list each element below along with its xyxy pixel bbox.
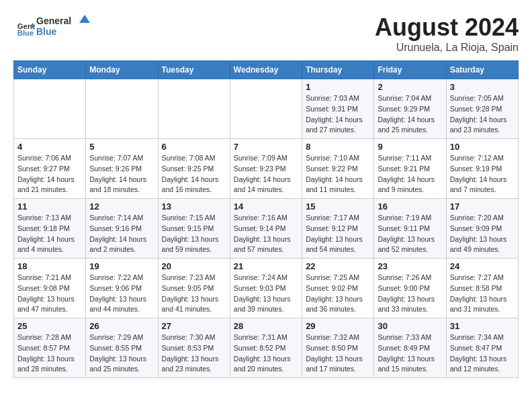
- svg-text:Blue: Blue: [17, 29, 34, 37]
- day-number: 12: [89, 201, 154, 212]
- day-info: Sunrise: 7:03 AMSunset: 9:31 PMDaylight:…: [306, 93, 370, 136]
- day-info: Sunrise: 7:28 AMSunset: 8:57 PMDaylight:…: [17, 332, 82, 375]
- calendar-day-13: 13Sunrise: 7:15 AMSunset: 9:15 PMDayligh…: [158, 199, 230, 259]
- day-info: Sunrise: 7:06 AMSunset: 9:27 PMDaylight:…: [17, 153, 82, 195]
- day-info: Sunrise: 7:19 AMSunset: 9:11 PMDaylight:…: [378, 213, 442, 255]
- day-info: Sunrise: 7:09 AMSunset: 9:23 PMDaylight:…: [234, 153, 298, 195]
- day-info: Sunrise: 7:32 AMSunset: 8:50 PMDaylight:…: [306, 332, 370, 375]
- calendar-day-25: 25Sunrise: 7:28 AMSunset: 8:57 PMDayligh…: [14, 318, 86, 378]
- logo: General Blue General Blue: [13, 13, 90, 42]
- weekday-header-thursday: Thursday: [302, 61, 374, 79]
- day-info: Sunrise: 7:25 AMSunset: 9:02 PMDaylight:…: [306, 273, 370, 315]
- calendar-day-19: 19Sunrise: 7:22 AMSunset: 9:06 PMDayligh…: [86, 259, 158, 318]
- calendar-week-row: 11Sunrise: 7:13 AMSunset: 9:18 PMDayligh…: [14, 199, 519, 259]
- day-info: Sunrise: 7:08 AMSunset: 9:25 PMDaylight:…: [162, 153, 226, 195]
- calendar-empty-cell: [230, 79, 302, 139]
- calendar-day-12: 12Sunrise: 7:14 AMSunset: 9:16 PMDayligh…: [86, 199, 158, 259]
- day-info: Sunrise: 7:13 AMSunset: 9:18 PMDaylight:…: [17, 213, 82, 255]
- day-info: Sunrise: 7:27 AMSunset: 8:58 PMDaylight:…: [450, 273, 515, 315]
- svg-text:Blue: Blue: [36, 26, 57, 37]
- day-number: 4: [17, 142, 82, 152]
- day-info: Sunrise: 7:21 AMSunset: 9:08 PMDaylight:…: [17, 273, 82, 315]
- calendar-day-28: 28Sunrise: 7:31 AMSunset: 8:52 PMDayligh…: [230, 318, 302, 378]
- day-info: Sunrise: 7:12 AMSunset: 9:19 PMDaylight:…: [450, 153, 515, 195]
- calendar-week-row: 1Sunrise: 7:03 AMSunset: 9:31 PMDaylight…: [14, 79, 519, 139]
- calendar-day-16: 16Sunrise: 7:19 AMSunset: 9:11 PMDayligh…: [374, 199, 446, 259]
- day-number: 5: [89, 142, 154, 152]
- calendar-week-row: 18Sunrise: 7:21 AMSunset: 9:08 PMDayligh…: [14, 259, 519, 318]
- day-number: 1: [306, 82, 370, 92]
- day-info: Sunrise: 7:16 AMSunset: 9:14 PMDaylight:…: [234, 213, 298, 255]
- day-number: 23: [378, 261, 442, 271]
- svg-marker-5: [79, 15, 90, 23]
- calendar-empty-cell: [86, 79, 158, 139]
- calendar-day-9: 9Sunrise: 7:11 AMSunset: 9:21 PMDaylight…: [374, 139, 446, 199]
- day-info: Sunrise: 7:24 AMSunset: 9:03 PMDaylight:…: [234, 273, 298, 315]
- day-info: Sunrise: 7:23 AMSunset: 9:05 PMDaylight:…: [162, 273, 226, 315]
- day-number: 15: [306, 201, 370, 212]
- weekday-header-sunday: Sunday: [14, 61, 86, 79]
- day-number: 13: [162, 201, 226, 212]
- day-number: 14: [234, 201, 298, 212]
- day-number: 7: [234, 142, 298, 152]
- calendar-day-17: 17Sunrise: 7:20 AMSunset: 9:09 PMDayligh…: [446, 199, 518, 259]
- calendar-day-15: 15Sunrise: 7:17 AMSunset: 9:12 PMDayligh…: [302, 199, 374, 259]
- calendar-week-row: 25Sunrise: 7:28 AMSunset: 8:57 PMDayligh…: [14, 318, 519, 378]
- day-number: 24: [450, 261, 515, 271]
- calendar-day-11: 11Sunrise: 7:13 AMSunset: 9:18 PMDayligh…: [14, 199, 86, 259]
- day-number: 25: [17, 321, 82, 331]
- calendar-day-29: 29Sunrise: 7:32 AMSunset: 8:50 PMDayligh…: [302, 318, 374, 378]
- day-number: 8: [306, 142, 370, 152]
- calendar-day-26: 26Sunrise: 7:29 AMSunset: 8:55 PMDayligh…: [86, 318, 158, 378]
- day-number: 9: [378, 142, 442, 152]
- svg-text:General: General: [36, 15, 71, 26]
- title-section: August 2024 Urunuela, La Rioja, Spain: [375, 13, 519, 54]
- calendar-day-10: 10Sunrise: 7:12 AMSunset: 9:19 PMDayligh…: [446, 139, 518, 199]
- day-number: 30: [378, 321, 442, 331]
- weekday-header-saturday: Saturday: [446, 61, 518, 79]
- day-info: Sunrise: 7:11 AMSunset: 9:21 PMDaylight:…: [378, 153, 442, 195]
- calendar-day-2: 2Sunrise: 7:04 AMSunset: 9:29 PMDaylight…: [374, 79, 446, 139]
- calendar-day-30: 30Sunrise: 7:33 AMSunset: 8:49 PMDayligh…: [374, 318, 446, 378]
- day-number: 18: [17, 261, 82, 271]
- calendar-week-row: 4Sunrise: 7:06 AMSunset: 9:27 PMDaylight…: [14, 139, 519, 199]
- day-info: Sunrise: 7:14 AMSunset: 9:16 PMDaylight:…: [89, 213, 154, 255]
- calendar-day-7: 7Sunrise: 7:09 AMSunset: 9:23 PMDaylight…: [230, 139, 302, 199]
- calendar-day-27: 27Sunrise: 7:30 AMSunset: 8:53 PMDayligh…: [158, 318, 230, 378]
- weekday-header-wednesday: Wednesday: [230, 61, 302, 79]
- calendar-day-31: 31Sunrise: 7:34 AMSunset: 8:47 PMDayligh…: [446, 318, 518, 378]
- day-number: 2: [378, 82, 442, 92]
- calendar-day-21: 21Sunrise: 7:24 AMSunset: 9:03 PMDayligh…: [230, 259, 302, 318]
- day-number: 3: [450, 82, 515, 92]
- day-number: 31: [450, 321, 515, 331]
- logo-icon: General Blue: [16, 18, 35, 37]
- calendar-day-23: 23Sunrise: 7:26 AMSunset: 9:00 PMDayligh…: [374, 259, 446, 318]
- calendar-day-14: 14Sunrise: 7:16 AMSunset: 9:14 PMDayligh…: [230, 199, 302, 259]
- calendar-table: SundayMondayTuesdayWednesdayThursdayFrid…: [13, 60, 519, 378]
- day-info: Sunrise: 7:20 AMSunset: 9:09 PMDaylight:…: [450, 213, 515, 255]
- day-number: 11: [17, 201, 82, 212]
- day-number: 19: [89, 261, 154, 271]
- calendar-day-1: 1Sunrise: 7:03 AMSunset: 9:31 PMDaylight…: [302, 79, 374, 139]
- day-number: 22: [306, 261, 370, 271]
- weekday-header-monday: Monday: [86, 61, 158, 79]
- day-info: Sunrise: 7:34 AMSunset: 8:47 PMDaylight:…: [450, 332, 515, 375]
- calendar-day-3: 3Sunrise: 7:05 AMSunset: 9:28 PMDaylight…: [446, 79, 518, 139]
- day-info: Sunrise: 7:26 AMSunset: 9:00 PMDaylight:…: [378, 273, 442, 315]
- calendar-day-22: 22Sunrise: 7:25 AMSunset: 9:02 PMDayligh…: [302, 259, 374, 318]
- location: Urunuela, La Rioja, Spain: [375, 42, 519, 54]
- calendar-day-24: 24Sunrise: 7:27 AMSunset: 8:58 PMDayligh…: [446, 259, 518, 318]
- weekday-header-friday: Friday: [374, 61, 446, 79]
- weekday-header-tuesday: Tuesday: [158, 61, 230, 79]
- day-number: 16: [378, 201, 442, 212]
- day-number: 27: [162, 321, 226, 331]
- day-number: 6: [162, 142, 226, 152]
- day-info: Sunrise: 7:22 AMSunset: 9:06 PMDaylight:…: [89, 273, 154, 315]
- month-year: August 2024: [375, 13, 519, 42]
- day-number: 26: [89, 321, 154, 331]
- calendar-empty-cell: [158, 79, 230, 139]
- calendar-empty-cell: [14, 79, 86, 139]
- day-info: Sunrise: 7:04 AMSunset: 9:29 PMDaylight:…: [378, 93, 442, 136]
- day-info: Sunrise: 7:31 AMSunset: 8:52 PMDaylight:…: [234, 332, 298, 375]
- day-number: 17: [450, 201, 515, 212]
